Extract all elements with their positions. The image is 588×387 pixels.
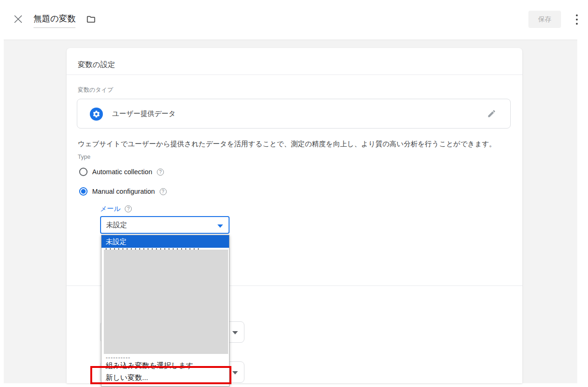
chevron-down-icon <box>232 331 238 334</box>
email-field-label: メール <box>100 204 121 213</box>
type-group-label: Type <box>78 154 90 160</box>
help-icon[interactable]: ? <box>157 169 164 176</box>
card-title: 変数の設定 <box>78 60 115 70</box>
close-icon[interactable] <box>13 14 23 24</box>
radio-manual-configuration[interactable]: Manual configuration ? <box>79 187 167 196</box>
email-dropdown-list: 未設定 ---------- 組み込み変数を選択します... 新しい変数... <box>101 235 230 387</box>
chevron-down-icon <box>217 224 223 228</box>
email-select[interactable]: 未設定 <box>100 216 230 234</box>
help-icon[interactable]: ? <box>125 205 132 212</box>
folder-icon[interactable] <box>86 14 96 24</box>
dropdown-option-builtin-variable[interactable]: 組み込み変数を選択します... <box>106 361 199 371</box>
variable-type-box[interactable]: ユーザー提供データ <box>77 99 511 129</box>
top-bar: 無題の変数 保存 <box>0 0 588 40</box>
radio-label: Manual configuration <box>92 188 155 195</box>
email-select-value: 未設定 <box>106 221 127 230</box>
email-field-label-row: メール ? <box>100 204 132 213</box>
card-header-divider <box>67 75 522 75</box>
dropdown-separator: ---------- <box>106 354 130 361</box>
more-menu-icon[interactable] <box>575 14 578 25</box>
variable-type-label: 変数のタイプ <box>78 86 113 94</box>
variable-type-value: ユーザー提供データ <box>112 109 176 118</box>
dropdown-option-new-variable[interactable]: 新しい変数... <box>106 373 148 383</box>
radio-automatic-collection[interactable]: Automatic collection ? <box>79 168 164 176</box>
radio-label: Automatic collection <box>92 168 152 176</box>
dropdown-option-not-set[interactable]: 未設定 <box>101 235 229 248</box>
help-icon[interactable]: ? <box>160 188 167 195</box>
radio-off-icon <box>79 168 88 176</box>
type-description: ウェブサイトでユーザーから提供されたデータを活用することで、測定の精度を向上し、… <box>78 140 496 149</box>
variable-title[interactable]: 無題の変数 <box>34 13 75 28</box>
save-button[interactable]: 保存 <box>528 11 561 28</box>
edit-icon[interactable] <box>487 109 496 118</box>
redacted-options-block <box>104 250 228 354</box>
chevron-down-icon <box>232 371 238 374</box>
gear-icon <box>90 108 103 121</box>
radio-on-icon <box>79 187 88 196</box>
